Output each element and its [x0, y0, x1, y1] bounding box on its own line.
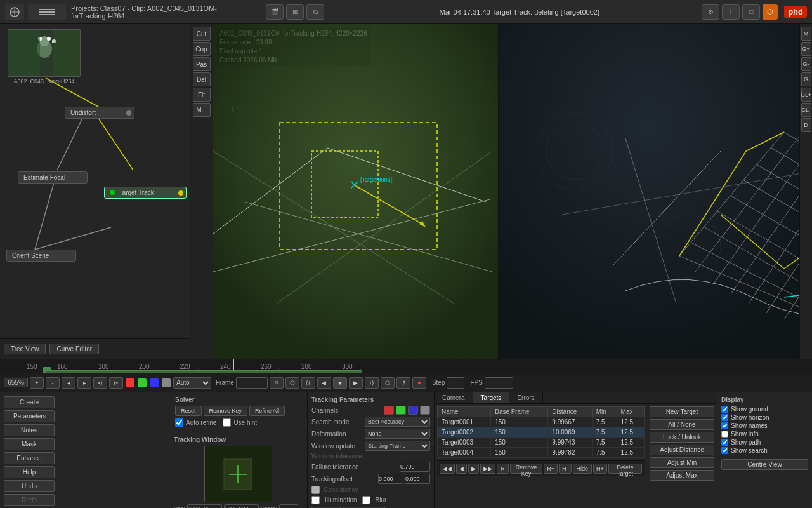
- show-path-checkbox[interactable]: [721, 439, 728, 446]
- adjust-distance-btn[interactable]: Adjust Distance: [650, 444, 714, 455]
- app-logo-icon[interactable]: [5, 4, 24, 20]
- pos-y-input[interactable]: 1296.639: [224, 504, 259, 508]
- blur-checkbox[interactable]: [362, 496, 370, 504]
- prev-keyframe-btn[interactable]: ⬡: [285, 377, 299, 389]
- rs-glplus-button[interactable]: GL+: [801, 88, 811, 102]
- viewport-footage[interactable]: A002_C045_0131OM-forTracking-H264: 4220×…: [213, 24, 499, 359]
- hide-btn[interactable]: Hide: [573, 464, 593, 474]
- del-button[interactable]: Del: [193, 72, 211, 86]
- film-icon[interactable]: 🎬: [266, 4, 284, 20]
- solver-reset-btn[interactable]: Reset: [175, 406, 202, 416]
- zoom-out-btn[interactable]: -: [46, 377, 60, 389]
- step-input[interactable]: 1: [447, 377, 464, 389]
- delete-target-btn[interactable]: Delete Target: [608, 464, 642, 474]
- next-keyframe-btn[interactable]: ⬡: [381, 377, 395, 389]
- errors-tab[interactable]: Errors: [509, 392, 542, 403]
- rs-gplus-button[interactable]: G+: [801, 42, 811, 56]
- search-mode-select[interactable]: Best Accuracy: [365, 417, 430, 427]
- set-frame-btn[interactable]: ⧈: [270, 377, 284, 389]
- nav-next-btn[interactable]: ▶: [468, 464, 479, 474]
- adjust-min-btn[interactable]: Adjust Min: [650, 457, 714, 468]
- tracking-offset-x-input[interactable]: [378, 474, 403, 484]
- undo-button[interactable]: Undo: [4, 480, 55, 492]
- use-hint-option[interactable]: Use hint: [223, 418, 257, 427]
- nav-first-btn[interactable]: ◀◀: [440, 464, 455, 474]
- green-ch-btn[interactable]: [396, 406, 406, 415]
- auto-refine-option[interactable]: Auto refine: [175, 418, 216, 427]
- m-button[interactable]: M...: [193, 103, 211, 117]
- create-button[interactable]: Create: [4, 396, 55, 408]
- rs-g-button[interactable]: G: [801, 72, 811, 86]
- illumination-checkbox[interactable]: [311, 496, 320, 504]
- remove-key-target-btn[interactable]: Remove Key: [510, 464, 543, 474]
- record-btn[interactable]: ●: [412, 377, 426, 389]
- nav-left-btn[interactable]: ◂: [62, 377, 75, 389]
- play-fwd-btn[interactable]: ▶: [349, 377, 363, 389]
- show-names-checkbox[interactable]: [721, 422, 728, 429]
- failure-tolerance-input[interactable]: [400, 462, 430, 472]
- tree-view-tab[interactable]: Tree View: [4, 344, 46, 354]
- camera-tab[interactable]: Camera: [435, 392, 473, 403]
- copy-icon[interactable]: ⧉: [306, 4, 324, 20]
- rplus-btn[interactable]: R+: [544, 464, 558, 474]
- show-info-checkbox[interactable]: [721, 431, 728, 438]
- fit-button[interactable]: Fit: [193, 88, 211, 102]
- show-ground-checkbox[interactable]: [721, 406, 728, 413]
- adjust-max-btn[interactable]: Adjust Max: [650, 470, 714, 481]
- zoom-in-btn[interactable]: +: [30, 377, 44, 389]
- viewport-3d[interactable]: 1 ft: [499, 24, 799, 359]
- table-row[interactable]: Target0001 150 9.99667 7.5 12.5: [438, 417, 645, 427]
- thumbnail-node[interactable]: [8, 29, 81, 77]
- layers-icon[interactable]: ⊞: [286, 4, 304, 20]
- blue-ch-btn[interactable]: [408, 406, 418, 415]
- maximize-icon[interactable]: □: [742, 4, 760, 20]
- table-row[interactable]: Target0004 150 9.99782 7.5 12.5: [438, 448, 645, 458]
- targets-tab[interactable]: Targets: [473, 392, 510, 403]
- all-none-btn[interactable]: All / None: [650, 419, 714, 430]
- mask-button[interactable]: Mask: [4, 438, 55, 450]
- show-search-checkbox[interactable]: [721, 447, 728, 454]
- nav-last-btn[interactable]: ▶▶: [480, 464, 495, 474]
- table-row[interactable]: Target0002 150 10.0069 7.5 12.5: [438, 427, 645, 438]
- estimate-focal-node[interactable]: Estimate Focal: [18, 171, 88, 184]
- refine-all-btn[interactable]: Refine All: [249, 406, 285, 416]
- cut-button[interactable]: Cut: [193, 27, 211, 41]
- orange-icon[interactable]: ⬡: [763, 4, 778, 20]
- centre-view-btn[interactable]: Centre View: [721, 459, 808, 470]
- parameters-button[interactable]: Parameters: [4, 410, 55, 422]
- next-frame-btn[interactable]: ⟩⟩: [365, 377, 379, 389]
- pas-button[interactable]: Pas: [193, 57, 211, 71]
- window-update-select[interactable]: Starting Frame: [365, 441, 430, 451]
- table-row[interactable]: Target0003 150 9.99743 7.5 12.5: [438, 438, 645, 448]
- alpha-ch-btn[interactable]: [420, 406, 430, 415]
- r-btn[interactable]: R: [497, 464, 509, 474]
- settings-icon[interactable]: ⚙: [702, 4, 719, 20]
- remove-key-btn[interactable]: Remove Key: [204, 406, 248, 416]
- pos-x-input[interactable]: 2302.742: [187, 504, 222, 508]
- info-icon[interactable]: i: [722, 4, 740, 20]
- nav-left2-btn[interactable]: ⊲: [93, 377, 107, 389]
- tracking-offset-y-input[interactable]: [405, 474, 430, 484]
- rs-gminus-button[interactable]: G-: [801, 57, 811, 71]
- redo-button[interactable]: Redo: [4, 494, 55, 506]
- nav-right-btn[interactable]: ▸: [77, 377, 91, 389]
- rs-m-button[interactable]: M: [801, 27, 811, 41]
- rs-d-button[interactable]: D: [801, 118, 811, 132]
- orient-scene-node[interactable]: Orient Scene: [6, 250, 76, 262]
- curve-editor-tab[interactable]: Curve Editor: [49, 344, 99, 354]
- prev-frame-btn[interactable]: ⟨⟨: [301, 377, 315, 389]
- new-target-btn[interactable]: New Target: [650, 406, 714, 417]
- deformation-select[interactable]: None: [365, 429, 430, 439]
- use-hint-checkbox[interactable]: [223, 418, 231, 427]
- target-track-node[interactable]: Target Track: [104, 187, 187, 199]
- cop-button[interactable]: Cop: [193, 42, 211, 56]
- enhance-button[interactable]: Enhance: [4, 452, 55, 464]
- play-back-btn[interactable]: ◀: [317, 377, 331, 389]
- help-button[interactable]: Help: [4, 466, 55, 478]
- nav-prev-btn[interactable]: ◀: [456, 464, 467, 474]
- fps-input[interactable]: 23.98: [485, 377, 513, 389]
- menu-icon[interactable]: [28, 4, 66, 20]
- loop-btn[interactable]: ↺: [396, 377, 410, 389]
- nav-right2-btn[interactable]: ⊳: [109, 377, 123, 389]
- red-ch-btn[interactable]: [384, 406, 394, 415]
